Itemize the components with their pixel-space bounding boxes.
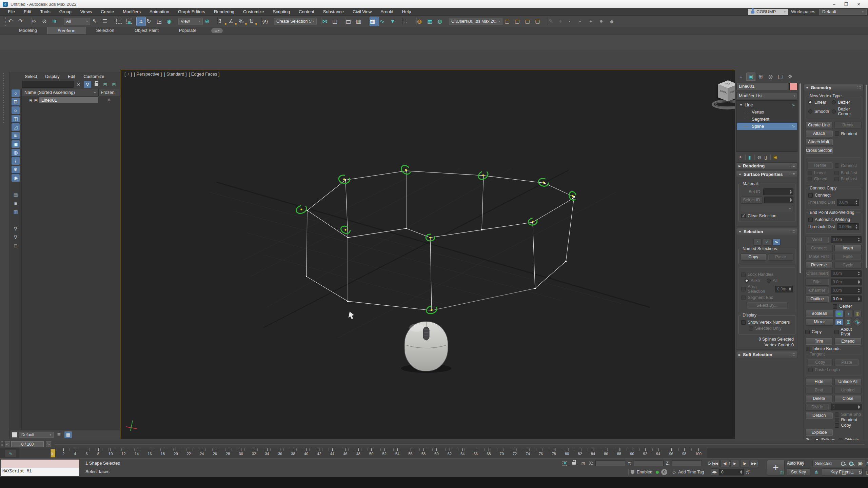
- hierarchy-tab[interactable]: ⊞: [756, 73, 765, 81]
- new-vertex-type-radio[interactable]: Smooth: [808, 107, 830, 116]
- menu-item[interactable]: Content: [294, 8, 319, 15]
- create-line-button[interactable]: Create Line: [805, 122, 833, 129]
- attach-mult-button[interactable]: Attach Mult.: [805, 139, 833, 146]
- display-containers-filter-icon[interactable]: ◍: [12, 149, 20, 156]
- boolean-subtract-icon[interactable]: ◑: [844, 310, 852, 317]
- go-to-end-button[interactable]: ▶▶|: [750, 460, 759, 467]
- toolbar-separator[interactable]: [133, 17, 136, 26]
- render-iterative-icon[interactable]: ▢: [535, 17, 545, 26]
- menu-item[interactable]: Views: [76, 8, 96, 15]
- geometry-action-value[interactable]: 0.0m: [831, 296, 862, 302]
- display-helpers-filter-icon[interactable]: ◿: [12, 123, 20, 131]
- geometry-action-button[interactable]: Weld: [805, 236, 829, 243]
- unbind-button[interactable]: Unbind: [834, 387, 862, 394]
- maximize-button[interactable]: ❐: [844, 2, 848, 7]
- segment-subobject-icon[interactable]: ∕: [763, 239, 771, 246]
- mirror-horizontal-icon[interactable]: ⋈: [835, 319, 843, 326]
- stack-item[interactable]: Spline ∿: [737, 123, 797, 130]
- angle-snap-icon[interactable]: ∠: [229, 17, 238, 26]
- frozen-column-header[interactable]: Frozen: [99, 90, 120, 95]
- new-vertex-type-radio[interactable]: Linear: [808, 100, 830, 105]
- select-by-name-icon[interactable]: ☰: [102, 17, 112, 26]
- key-mode-icon[interactable]: ⋔: [812, 468, 821, 476]
- pin-stack-icon[interactable]: ⌖: [739, 154, 742, 160]
- block-view-icon[interactable]: ■: [12, 200, 20, 207]
- curve-editor-icon[interactable]: ∿: [380, 17, 389, 26]
- panel-scrollbar[interactable]: [800, 83, 801, 273]
- copy-named-selection-button[interactable]: Copy: [741, 253, 766, 261]
- break-button[interactable]: Break: [834, 122, 862, 129]
- bind-last-checkbox[interactable]: [834, 177, 839, 181]
- reference-coordinate-dropdown[interactable]: View ▾: [178, 18, 203, 25]
- percent-snap-icon[interactable]: %: [239, 17, 248, 26]
- viewport-menu-renderer[interactable]: [ Standard ]: [164, 72, 186, 77]
- refine-connect-checkbox[interactable]: [835, 163, 839, 168]
- filter-config-icon[interactable]: ∇: [12, 225, 20, 232]
- paint-icon[interactable]: ✎: [549, 17, 558, 26]
- menu-item[interactable]: Tools: [36, 8, 55, 15]
- set-id-spinner[interactable]: [763, 188, 793, 195]
- spinner-snap-icon[interactable]: ⇅: [249, 17, 258, 26]
- area-selection-checkbox[interactable]: [741, 287, 746, 291]
- viewport-menu-general[interactable]: [ + ]: [124, 72, 132, 77]
- z-coordinate-field[interactable]: [672, 460, 702, 466]
- delete-button[interactable]: Delete: [805, 395, 833, 402]
- select-and-link-icon[interactable]: ∞: [32, 17, 41, 26]
- object-color-swatch[interactable]: [789, 83, 797, 90]
- align-icon[interactable]: ◫: [332, 17, 342, 26]
- boolean-button[interactable]: Boolean: [805, 310, 833, 317]
- toolbar-separator[interactable]: [259, 17, 262, 26]
- add-time-tag[interactable]: Add Time Tag: [678, 470, 704, 474]
- stack-item[interactable]: Vertex: [737, 108, 797, 116]
- minimize-button[interactable]: –: [833, 2, 835, 7]
- snap-toggle-icon[interactable]: 3: [218, 17, 228, 26]
- tool-separator[interactable]: [770, 155, 770, 160]
- material-editor-icon[interactable]: ◍: [417, 17, 427, 26]
- hide-button[interactable]: Hide: [805, 378, 833, 385]
- paste-named-selection-button[interactable]: Paste: [768, 253, 794, 261]
- line001-wireframe[interactable]: [307, 171, 574, 310]
- cross-section-button[interactable]: Cross Section: [805, 147, 833, 154]
- mini-curve-editor-button[interactable]: ∿: [5, 450, 16, 457]
- trim-button[interactable]: Trim: [805, 338, 833, 345]
- toolbar-separator[interactable]: [342, 17, 345, 26]
- menu-item[interactable]: Rendering: [210, 8, 239, 15]
- same-shape-checkbox[interactable]: [835, 412, 839, 417]
- detach-reorient-checkbox[interactable]: [835, 418, 839, 422]
- motion-tab[interactable]: ◎: [766, 73, 775, 81]
- viewport-menu-pov[interactable]: [ Perspective ]: [134, 72, 162, 77]
- make-unique-icon[interactable]: ⊚: [757, 155, 762, 160]
- select-and-place-icon[interactable]: ◉: [167, 17, 176, 26]
- pan-icon[interactable]: [848, 469, 856, 476]
- dock-handle[interactable]: [3, 73, 4, 124]
- play-button[interactable]: ▶: [730, 460, 739, 467]
- absolute-mode-icon[interactable]: ⊡: [580, 460, 587, 466]
- mirror-icon[interactable]: ⋈: [322, 17, 332, 26]
- layer-explorer-icon[interactable]: ▤: [346, 17, 355, 26]
- stack-item[interactable]: ▼ Line ∿: [737, 101, 797, 108]
- layer-mode-icon[interactable]: ⊞: [110, 81, 118, 88]
- add-icon[interactable]: +: [559, 17, 568, 26]
- set-keys-button[interactable]: +: [767, 460, 785, 476]
- y-coordinate-field[interactable]: [634, 460, 664, 466]
- bind-button[interactable]: Bind: [805, 387, 833, 394]
- previous-frame-button[interactable]: ◀|: [721, 460, 729, 467]
- footer-grid-icon[interactable]: ▦: [64, 431, 72, 438]
- toolbar-separator[interactable]: [28, 17, 31, 26]
- display-groups-filter-icon[interactable]: ▣: [12, 140, 20, 148]
- menu-item[interactable]: Help: [398, 8, 416, 15]
- scene-explorer-toggle-icon[interactable]: ▦: [370, 17, 379, 26]
- mirror-vertical-icon[interactable]: ⋈: [845, 318, 852, 326]
- paste-length-checkbox[interactable]: [808, 368, 813, 372]
- geometry-action-button[interactable]: Outline: [805, 296, 829, 303]
- edit-named-selection-sets-icon[interactable]: {✗}: [262, 17, 272, 26]
- project-folder-dropdown[interactable]: C:\Users\JI...ds Max 2022 ▾: [449, 18, 502, 25]
- render-preview-icon[interactable]: ●: [599, 17, 609, 26]
- footer-list-icon[interactable]: ≣: [55, 431, 63, 438]
- ribbon-config-icon[interactable]: ▬ ▾: [211, 28, 223, 33]
- mirror-both-icon[interactable]: ⋈: [852, 317, 863, 328]
- render-preview-icon[interactable]: ●: [569, 17, 578, 26]
- detail-view-icon[interactable]: ▥: [12, 208, 20, 216]
- utilities-tab[interactable]: ⚙: [786, 73, 795, 81]
- new-vertex-type-radio[interactable]: Bezier: [832, 100, 859, 105]
